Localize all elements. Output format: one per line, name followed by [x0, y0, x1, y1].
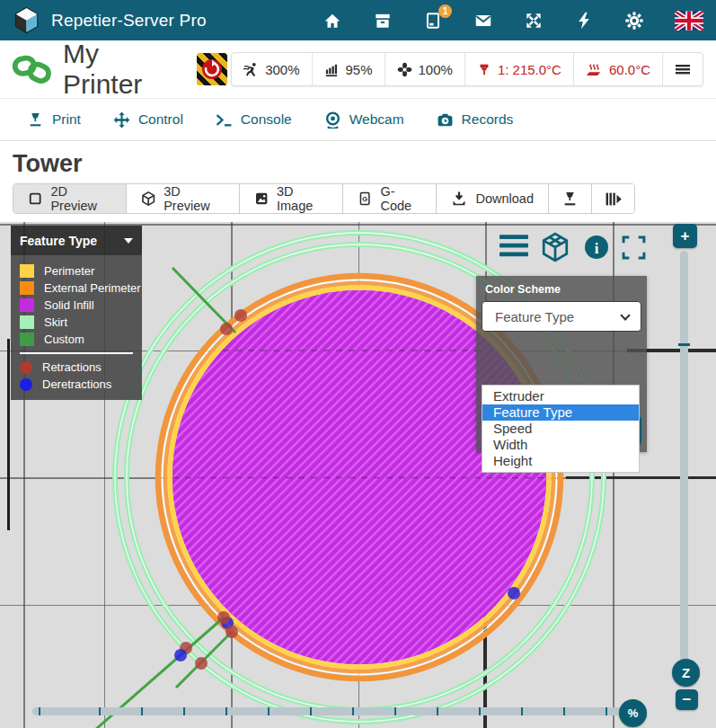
- 2d-square-icon: [28, 191, 42, 207]
- solid-infill-swatch: [20, 298, 34, 312]
- printer-menu-button[interactable]: [663, 53, 703, 85]
- settings-gear-icon[interactable]: [624, 11, 644, 31]
- webcam-tab-icon: [324, 111, 341, 129]
- control-tab-icon: [113, 111, 130, 129]
- 2d-preview-button[interactable]: 2D Preview: [13, 184, 127, 213]
- bed-temperature[interactable]: 60.0°C: [574, 53, 663, 85]
- 3d-cube-icon: [141, 191, 155, 207]
- messages-icon[interactable]: [473, 11, 493, 31]
- tab-print[interactable]: Print: [27, 111, 81, 129]
- speed-multiplier[interactable]: 300%: [232, 53, 312, 85]
- extruder-icon: [477, 62, 491, 76]
- layers-play-icon: [605, 191, 622, 208]
- progress-slider-track[interactable]: [32, 707, 641, 715]
- records-tab-icon: [437, 111, 454, 129]
- emergency-stop-button[interactable]: [197, 53, 227, 85]
- color-scheme-dropdown-list: Extruder Feature Type Speed Width Height: [482, 385, 640, 473]
- download-icon: [451, 191, 467, 207]
- printer-tabs: Print Control Console Webcam Records: [0, 99, 716, 141]
- print-queue-icon[interactable]: 1: [423, 11, 443, 31]
- chevron-down-icon: [124, 238, 133, 244]
- download-button[interactable]: Download: [437, 184, 549, 213]
- z-mode-button[interactable]: Z: [672, 659, 700, 687]
- 3d-view-toggle-button[interactable]: [541, 232, 570, 266]
- flow-multiplier[interactable]: 95%: [313, 53, 385, 85]
- legend-divider: [20, 352, 133, 354]
- tab-records[interactable]: Records: [437, 111, 514, 129]
- reprint-button[interactable]: [549, 184, 592, 213]
- power-actions-icon[interactable]: [574, 11, 594, 31]
- fan-speed[interactable]: 100%: [385, 53, 465, 85]
- gcode-file-icon: G: [358, 191, 372, 207]
- legend-item: Perimeter: [20, 262, 142, 280]
- printer-name: My Printer: [63, 39, 181, 100]
- layer-up-button[interactable]: +: [673, 224, 697, 248]
- printer-status-bar: 300% 95% 100% 1: 215.0°C 60.0°C: [231, 52, 703, 86]
- color-scheme-label: Color Scheme: [476, 276, 647, 301]
- fullscreen-brackets-icon: [622, 235, 646, 260]
- option-speed[interactable]: Speed: [482, 421, 639, 437]
- fit-view-button[interactable]: [622, 235, 646, 263]
- layer-down-button[interactable]: −: [676, 689, 698, 710]
- language-flag-icon[interactable]: [675, 11, 703, 31]
- preview-menu-button[interactable]: [499, 234, 528, 262]
- info-icon: i: [584, 235, 609, 260]
- 3d-image-button[interactable]: 3D Image: [240, 184, 343, 213]
- color-scheme-select[interactable]: Feature Type: [482, 301, 641, 332]
- gcode-button[interactable]: G G-Code: [343, 184, 437, 213]
- legend-item: Skirt: [20, 314, 142, 331]
- printer-header: My Printer 300% 95% 100% 1: 215.0°C 60.0…: [0, 40, 716, 99]
- custom-swatch: [20, 333, 34, 346]
- cube-icon: [541, 232, 570, 262]
- speed-icon: [243, 62, 259, 77]
- tab-console[interactable]: Console: [216, 111, 292, 129]
- legend-item: Custom: [20, 331, 142, 348]
- option-width[interactable]: Width: [482, 437, 639, 453]
- hamburger-menu-icon: [675, 61, 691, 77]
- retractions-dot: [20, 361, 32, 374]
- flow-icon: [324, 62, 340, 77]
- layer-play-button[interactable]: [592, 184, 634, 213]
- hamburger-icon: [499, 234, 528, 259]
- preview-mode-buttons: 2D Preview 3D Preview 3D Image G G-Code …: [13, 183, 635, 214]
- option-feature-type[interactable]: Feature Type: [482, 404, 639, 421]
- svg-text:G: G: [362, 195, 367, 203]
- gcode-2d-preview-canvas[interactable]: Feature Type Perimeter External Perimete…: [0, 222, 716, 728]
- notification-badge: 1: [438, 4, 452, 18]
- percent-mode-button[interactable]: %: [619, 699, 647, 727]
- legend-header-dropdown[interactable]: Feature Type: [11, 226, 142, 255]
- feature-type-legend: Feature Type Perimeter External Perimete…: [11, 226, 142, 400]
- archive-box-icon[interactable]: [373, 11, 393, 31]
- repetier-logo-icon[interactable]: [13, 6, 40, 34]
- option-height[interactable]: Height: [482, 453, 639, 469]
- home-icon[interactable]: [323, 11, 342, 31]
- job-title: Tower: [0, 141, 716, 183]
- image-icon: [254, 191, 269, 207]
- extruder-temperature[interactable]: 1: 215.0°C: [465, 53, 574, 85]
- layer-slider-track[interactable]: [680, 251, 688, 662]
- nozzle-icon: [561, 191, 579, 208]
- tab-webcam[interactable]: Webcam: [324, 111, 404, 129]
- perimeter-swatch: [20, 264, 34, 278]
- info-button[interactable]: i: [584, 235, 609, 263]
- svg-text:i: i: [595, 240, 599, 257]
- print-tab-icon: [27, 111, 44, 129]
- tab-control[interactable]: Control: [113, 111, 183, 129]
- skirt-swatch: [20, 315, 34, 329]
- legend-item: Deretractions: [20, 376, 142, 393]
- fan-icon: [397, 62, 412, 77]
- layer-slider-handle[interactable]: [678, 343, 690, 346]
- legend-item: External Perimeter: [20, 280, 142, 297]
- deretractions-dot: [20, 378, 32, 391]
- top-navbar: Repetier-Server Pro 1: [0, 0, 716, 40]
- heated-bed-icon: [586, 62, 603, 77]
- fullscreen-icon[interactable]: [524, 11, 544, 31]
- console-tab-icon: [216, 111, 233, 129]
- printer-link-icon: [13, 49, 52, 90]
- option-extruder[interactable]: Extruder: [482, 388, 639, 404]
- legend-item: Retractions: [20, 359, 142, 376]
- external-perimeter-swatch: [20, 281, 34, 295]
- app-title: Repetier-Server Pro: [51, 11, 207, 31]
- 3d-preview-button[interactable]: 3D Preview: [127, 184, 240, 213]
- chevron-down-icon: [620, 310, 630, 320]
